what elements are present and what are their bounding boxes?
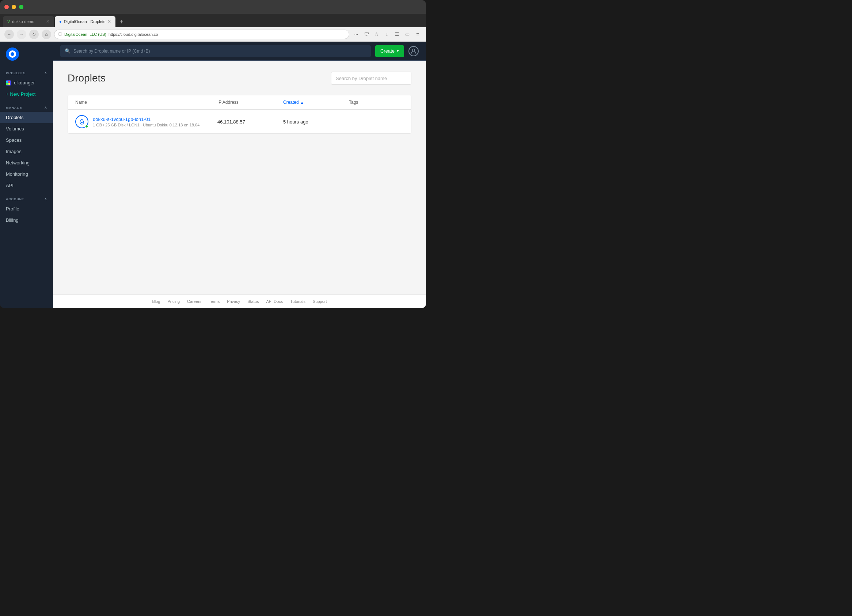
sidebar-item-spaces[interactable]: Spaces — [0, 134, 53, 146]
shield-icon: 🛡 — [363, 30, 370, 38]
footer-tutorials[interactable]: Tutorials — [290, 299, 305, 303]
project-name: elkdanger — [14, 80, 35, 86]
droplet-cell: dokku-s-1vcpu-1gb-lon1-01 1 GB / 25 GB D… — [75, 115, 218, 128]
footer-support[interactable]: Support — [313, 299, 327, 303]
sidebar-item-billing[interactable]: Billing — [0, 214, 53, 226]
create-chevron-icon: ▾ — [397, 48, 399, 53]
tab-dokku-demo[interactable]: V dokku-demo ✕ — [3, 16, 54, 27]
sidebar-item-volumes-label: Volumes — [6, 126, 24, 131]
sidebar-item-elkdanger[interactable]: elkdanger — [0, 77, 53, 88]
create-label: Create — [380, 48, 394, 54]
table-header: Name IP Address Created ▲ Tags — [68, 95, 411, 110]
droplet-created: 5 hours ago — [283, 119, 349, 125]
footer: Blog Pricing Careers Terms Privacy Statu… — [53, 294, 426, 308]
project-icon — [6, 80, 11, 86]
sidebar-item-droplets-label: Droplets — [6, 115, 23, 120]
sort-arrow-icon: ▲ — [300, 100, 304, 104]
more-button[interactable]: ··· — [352, 30, 360, 38]
logo-area — [0, 47, 53, 68]
footer-blog[interactable]: Blog — [152, 299, 160, 303]
footer-status[interactable]: Status — [247, 299, 259, 303]
account-chevron: ∧ — [44, 197, 47, 201]
sidebar-item-droplets[interactable]: Droplets — [0, 112, 53, 123]
footer-privacy[interactable]: Privacy — [227, 299, 240, 303]
sidebar-item-networking-label: Networking — [6, 160, 30, 166]
sidebar-item-volumes[interactable]: Volumes — [0, 123, 53, 134]
tab-favicon-2: ● — [59, 20, 62, 24]
global-search-bar[interactable]: 🔍 Search by Droplet name or IP (Cmd+B) — [60, 45, 371, 57]
droplet-search-placeholder: Search by Droplet name — [336, 75, 387, 81]
table-row: dokku-s-1vcpu-1gb-lon1-01 1 GB / 25 GB D… — [68, 110, 411, 133]
download-icon: ↓ — [383, 30, 391, 38]
new-project-button[interactable]: + New Project — [0, 88, 53, 100]
main-wrapper: 🔍 Search by Droplet name or IP (Cmd+B) C… — [53, 42, 426, 308]
projects-section: PROJECTS ∧ elkdanger + New Project — [0, 68, 53, 103]
url-info-icon: ⓘ — [58, 32, 62, 37]
user-avatar-button[interactable] — [408, 46, 419, 56]
droplet-icon-wrap — [75, 115, 88, 128]
main-content: Droplets Search by Droplet name Name IP … — [53, 60, 426, 294]
manage-section: MANAGE ∧ Droplets Volumes Spaces Images … — [0, 103, 53, 194]
account-header: ACCOUNT ∧ — [0, 194, 53, 203]
new-project-label: + New Project — [6, 91, 35, 97]
sidebar-item-monitoring[interactable]: Monitoring — [0, 168, 53, 180]
projects-label: PROJECTS — [6, 71, 26, 75]
sidebar-item-images[interactable]: Images — [0, 146, 53, 157]
digitalocean-logo — [6, 47, 19, 60]
tab-close-1[interactable]: ✕ — [46, 19, 50, 24]
droplet-ip: 46.101.88.57 — [218, 119, 283, 125]
droplet-search-input[interactable]: Search by Droplet name — [331, 72, 411, 85]
create-button[interactable]: Create ▾ — [375, 45, 404, 57]
page-header: Droplets Search by Droplet name — [68, 72, 411, 85]
global-search-placeholder: Search by Droplet name or IP (Cmd+B) — [73, 48, 150, 54]
browser-frame: V dokku-demo ✕ ● DigitalOcean - Droplets… — [0, 0, 426, 308]
top-bar: 🔍 Search by Droplet name or IP (Cmd+B) C… — [53, 42, 426, 60]
app: PROJECTS ∧ elkdanger + New Project — [0, 42, 426, 308]
column-tags: Tags — [349, 100, 404, 105]
column-ip: IP Address — [218, 100, 283, 105]
footer-careers[interactable]: Careers — [187, 299, 201, 303]
footer-api-docs[interactable]: API Docs — [266, 299, 283, 303]
tab-bar: V dokku-demo ✕ ● DigitalOcean - Droplets… — [0, 14, 426, 27]
close-window-button[interactable] — [5, 5, 9, 9]
reload-button[interactable]: ↻ — [29, 30, 39, 39]
droplet-name-link[interactable]: dokku-s-1vcpu-1gb-lon1-01 — [93, 116, 199, 122]
sidebar-item-api[interactable]: API — [0, 180, 53, 191]
reader-icon: ▭ — [403, 30, 411, 38]
maximize-window-button[interactable] — [19, 5, 23, 9]
forward-button[interactable]: → — [17, 30, 26, 39]
droplet-info: dokku-s-1vcpu-1gb-lon1-01 1 GB / 25 GB D… — [93, 116, 199, 127]
home-button[interactable]: ⌂ — [42, 30, 51, 39]
tab-label-2: DigitalOcean - Droplets — [64, 20, 106, 24]
footer-pricing[interactable]: Pricing — [167, 299, 180, 303]
back-button[interactable]: ← — [5, 30, 14, 39]
column-name: Name — [75, 100, 218, 105]
sidebar-item-profile-label: Profile — [6, 206, 20, 211]
minimize-window-button[interactable] — [12, 5, 16, 9]
sidebar-item-spaces-label: Spaces — [6, 137, 21, 143]
droplet-status-dot — [85, 125, 88, 128]
nav-actions: ··· 🛡 ☆ ↓ ☰ ▭ ≡ — [352, 30, 421, 38]
library-icon: ☰ — [393, 30, 401, 38]
tab-close-2[interactable]: ✕ — [107, 19, 111, 24]
menu-button[interactable]: ≡ — [414, 30, 421, 38]
tab-digitalocean-droplets[interactable]: ● DigitalOcean - Droplets ✕ — [55, 16, 115, 27]
sidebar-item-images-label: Images — [6, 149, 21, 154]
column-created[interactable]: Created ▲ — [283, 100, 349, 105]
url-bar[interactable]: ⓘ DigitalOcean, LLC (US) https://cloud.d… — [54, 30, 349, 39]
title-bar — [0, 0, 426, 14]
droplet-meta: 1 GB / 25 GB Disk / LON1 · Ubuntu Dokku … — [93, 123, 199, 127]
url-text: https://cloud.digitalocean.co — [109, 32, 158, 36]
page-title: Droplets — [68, 72, 106, 84]
sidebar-item-monitoring-label: Monitoring — [6, 171, 28, 177]
manage-chevron: ∧ — [44, 106, 47, 110]
bookmark-button[interactable]: ☆ — [373, 30, 381, 38]
sidebar-item-profile[interactable]: Profile — [0, 203, 53, 214]
nav-bar: ← → ↻ ⌂ ⓘ DigitalOcean, LLC (US) https:/… — [0, 27, 426, 42]
sidebar-item-billing-label: Billing — [6, 217, 19, 223]
sidebar-item-networking[interactable]: Networking — [0, 157, 53, 168]
footer-terms[interactable]: Terms — [208, 299, 220, 303]
account-section: ACCOUNT ∧ Profile Billing — [0, 194, 53, 229]
search-icon: 🔍 — [65, 48, 71, 54]
new-tab-button[interactable]: + — [116, 17, 127, 27]
